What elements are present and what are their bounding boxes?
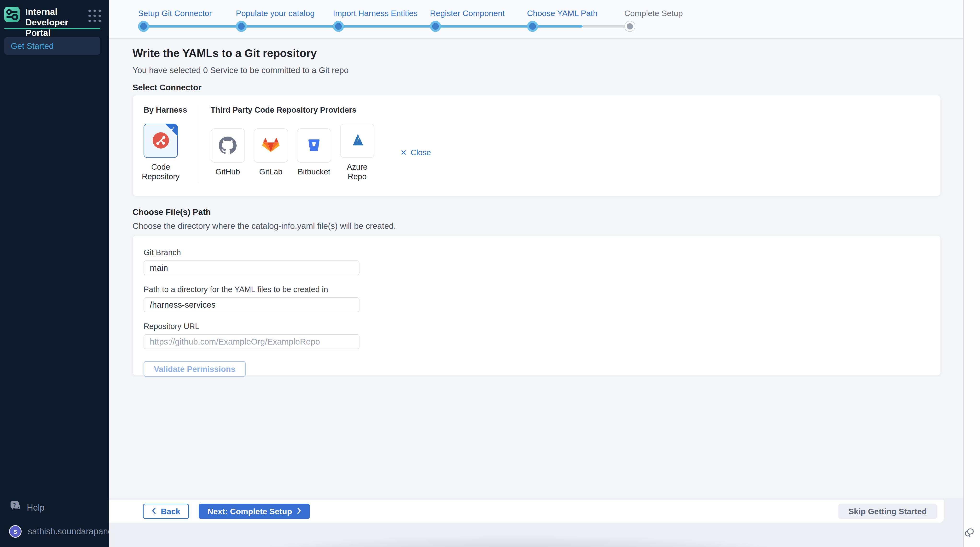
wizard-footer: Back Next: Complete Setup Skip Getting S… [109, 499, 944, 523]
step-label[interactable]: Import Harness Entities [333, 9, 417, 18]
tile-caption: Bitbucket [298, 167, 330, 177]
connector-option-azure-repo: Azure Repo [340, 124, 374, 181]
choose-files-path-description: Choose the directory where the catalog-i… [132, 221, 396, 231]
brand: Internal Developer Portal [4, 7, 101, 38]
setup-stepper: Setup Git Connector Populate your catalo… [109, 0, 963, 39]
github-icon [219, 136, 237, 155]
git-branch-input[interactable] [143, 261, 360, 275]
app-title: Internal Developer Portal [25, 7, 83, 38]
avatar: s [9, 525, 22, 537]
get-started-label: Get Started [11, 41, 54, 51]
git-branch-field-group: Git Branch [143, 248, 940, 275]
validate-permissions-button[interactable]: Validate Permissions [143, 361, 246, 377]
app-switcher-icon[interactable] [88, 10, 101, 22]
repo-url-field-group: Repository URL [143, 322, 940, 349]
svg-text:?: ? [13, 502, 16, 507]
main-content: Write the YAMLs to a Git repository You … [109, 40, 963, 498]
next-complete-setup-button[interactable]: Next: Complete Setup [199, 504, 310, 519]
yaml-dir-label: Path to a directory for the YAML files t… [143, 285, 940, 294]
page-subtitle: You have selected 0 Service to be commit… [132, 65, 348, 75]
select-connector-label: Select Connector [132, 83, 202, 92]
tile-caption: GitHub [215, 167, 240, 177]
step-dot[interactable] [527, 21, 538, 32]
step-label[interactable]: Complete Setup [624, 9, 683, 18]
chat-support-icon[interactable] [963, 526, 977, 539]
gitlab-tile[interactable] [254, 129, 288, 163]
connector-option-github: GitHub [211, 129, 245, 177]
step-label[interactable]: Choose YAML Path [527, 9, 598, 18]
yaml-dir-field-group: Path to a directory for the YAML files t… [143, 285, 940, 312]
chevron-right-icon [297, 507, 301, 516]
repo-url-label: Repository URL [143, 322, 940, 331]
bottom-strip [109, 523, 980, 547]
sidebar-divider [4, 28, 100, 29]
sidebar-help[interactable]: ? Help [10, 501, 45, 514]
scrollbar-gutter[interactable] [963, 0, 980, 547]
harness-idp-logo-icon [4, 7, 20, 22]
close-button[interactable]: ✕ Close [401, 148, 431, 157]
help-icon: ? [10, 501, 21, 514]
page-title: Write the YAMLs to a Git repository [132, 47, 317, 60]
user-email: sathish.soundarapand... [28, 526, 120, 536]
code-repository-tile[interactable]: ✓ [143, 124, 178, 158]
by-harness-label: By Harness [143, 105, 187, 114]
help-label: Help [27, 502, 45, 513]
skip-getting-started-button[interactable]: Skip Getting Started [838, 504, 937, 519]
step-label[interactable]: Populate your catalog [236, 9, 315, 18]
close-icon: ✕ [401, 148, 407, 157]
step-dot[interactable] [236, 21, 247, 32]
connector-group-divider [199, 105, 199, 183]
yaml-directory-input[interactable] [143, 297, 360, 312]
step-dot[interactable] [624, 21, 635, 32]
step-dot[interactable] [138, 21, 149, 32]
tile-caption: GitLab [259, 167, 282, 177]
check-icon: ✓ [170, 125, 176, 133]
back-button[interactable]: Back [143, 504, 189, 519]
chevron-left-icon [152, 507, 156, 516]
back-label: Back [161, 507, 180, 516]
tile-caption: Code Repository [142, 162, 180, 181]
step-label[interactable]: Register Component [430, 9, 505, 18]
connector-card: By Harness [132, 95, 941, 196]
connector-option-code-repository: ✓ Code Repository [143, 124, 178, 181]
sidebar-user[interactable]: s sathish.soundarapand... [9, 525, 120, 537]
connector-option-bitbucket: Bitbucket [297, 129, 331, 177]
stepper-progress-line [143, 25, 582, 27]
sidebar-item-get-started[interactable]: Get Started [4, 37, 100, 55]
sidebar: Internal Developer Portal Get Started ? … [0, 0, 109, 547]
step-dot[interactable] [333, 21, 344, 32]
stepper-remaining-line [582, 25, 630, 27]
git-branch-label: Git Branch [143, 248, 940, 257]
by-harness-group: By Harness [143, 105, 187, 181]
files-path-form-card: Git Branch Path to a directory for the Y… [132, 235, 941, 376]
third-party-group: Third Party Code Repository Providers Gi… [211, 105, 431, 181]
third-party-label: Third Party Code Repository Providers [211, 105, 431, 114]
gitlab-icon [262, 136, 280, 155]
step-label[interactable]: Setup Git Connector [138, 9, 212, 18]
connector-option-gitlab: GitLab [254, 129, 288, 177]
bitbucket-icon [305, 137, 322, 154]
azure-icon [349, 132, 366, 150]
step-dot[interactable] [430, 21, 441, 32]
github-tile[interactable] [211, 129, 245, 163]
next-label: Next: Complete Setup [207, 507, 292, 516]
azure-repo-tile[interactable] [340, 124, 374, 158]
bitbucket-tile[interactable] [297, 129, 331, 163]
close-label: Close [410, 148, 431, 157]
tile-caption: Azure Repo [340, 162, 374, 181]
repository-url-input[interactable] [143, 334, 360, 349]
choose-files-path-heading: Choose File(s) Path [132, 207, 211, 217]
